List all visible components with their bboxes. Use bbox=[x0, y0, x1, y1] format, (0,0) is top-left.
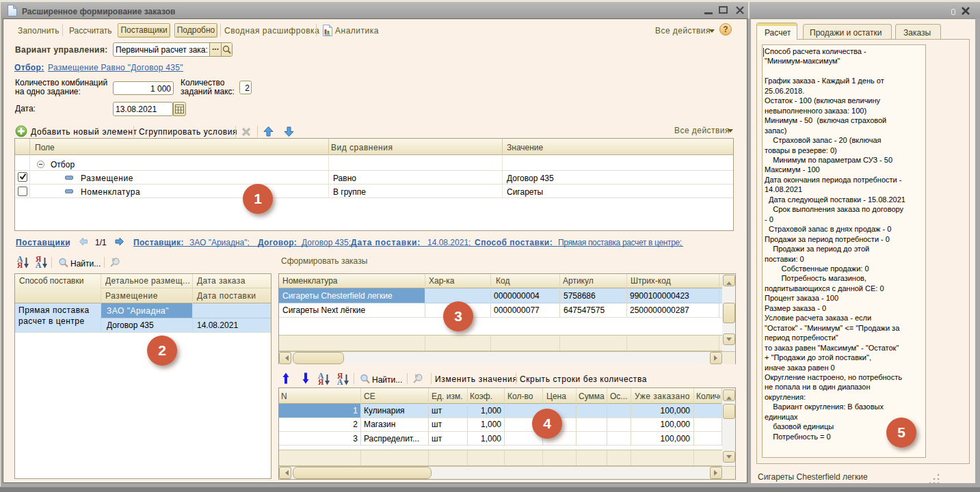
svg-text:Я: Я bbox=[17, 261, 23, 269]
svg-text:А: А bbox=[337, 378, 343, 385]
svg-text:Я: Я bbox=[318, 378, 324, 385]
svg-text:А: А bbox=[36, 261, 42, 269]
